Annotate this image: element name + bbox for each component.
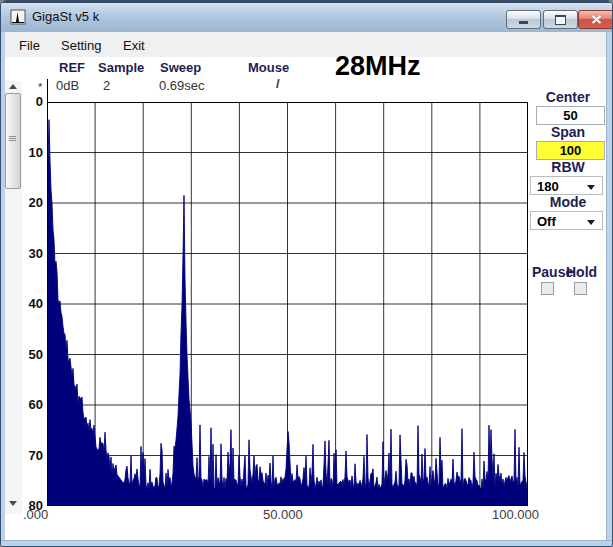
maximize-button[interactable] [543, 10, 578, 29]
app-icon[interactable] [10, 9, 26, 25]
y-tick-label: 70 [1, 448, 43, 463]
pause-checkbox[interactable] [541, 282, 554, 295]
plot-area[interactable] [47, 102, 528, 506]
hold-label: Hold [566, 264, 597, 280]
sample-value: 2 [103, 78, 110, 93]
mouse-label: Mouse [248, 60, 289, 75]
y-tick-label: 10 [1, 145, 43, 160]
y-tick-label: 30 [1, 246, 43, 261]
x-tick-mid: 50.000 [263, 507, 303, 522]
sweep-value: 0.69sec [159, 78, 205, 93]
window-title: GigaSt v5 k [32, 9, 99, 24]
ref-label: REF [59, 60, 85, 75]
close-button[interactable] [578, 10, 613, 29]
hold-checkbox[interactable] [574, 282, 587, 295]
x-tick-end: 100.000 [492, 507, 539, 522]
sweep-label: Sweep [160, 60, 201, 75]
spectrum-trace [47, 120, 527, 506]
rbw-dropdown[interactable]: 180 [530, 176, 603, 195]
scroll-up-icon[interactable] [9, 84, 17, 89]
chevron-down-icon [587, 185, 595, 190]
menu-setting[interactable]: Setting [58, 37, 104, 54]
mode-value: Off [537, 214, 556, 229]
y-tick-label: 40 [1, 296, 43, 311]
y-axis-extension [47, 79, 48, 102]
maximize-icon [555, 15, 566, 25]
y-tick-label: 60 [1, 397, 43, 412]
ref-value: 0dB [56, 78, 79, 93]
ref-marker: * [38, 81, 42, 93]
menu-exit[interactable]: Exit [120, 37, 148, 54]
rbw-label: RBW [531, 159, 605, 175]
minimize-icon [519, 21, 528, 24]
menu-bar: File Setting Exit [2, 32, 606, 57]
span-label: Span [531, 124, 605, 140]
title-bar[interactable]: GigaSt v5 k [1, 1, 612, 33]
window-border-right [606, 32, 613, 540]
sample-label: Sample [98, 60, 144, 75]
center-label: Center [531, 89, 605, 105]
x-tick-start: .000 [23, 507, 48, 522]
app-window: GigaSt v5 k File Setting Exit REF Sample… [0, 0, 613, 547]
span-input[interactable]: 100 [536, 141, 605, 160]
minimize-button[interactable] [506, 10, 541, 29]
mode-dropdown[interactable]: Off [530, 211, 603, 230]
mode-label: Mode [531, 194, 605, 210]
scrollbar-grip-icon [9, 136, 16, 137]
menu-file[interactable]: File [16, 37, 43, 54]
y-tick-label: 20 [1, 195, 43, 210]
chevron-down-icon [587, 220, 595, 225]
mouse-value: / [276, 76, 280, 91]
center-input[interactable]: 50 [536, 106, 605, 125]
spectrum-chart [47, 102, 528, 506]
close-icon [591, 15, 602, 24]
window-border-left [1, 32, 5, 540]
window-border-bottom [1, 540, 613, 547]
rbw-value: 180 [537, 179, 559, 194]
page-title: 28MHz [335, 51, 421, 82]
y-tick-label: 50 [1, 347, 43, 362]
y-tick-label: 0 [1, 94, 43, 109]
